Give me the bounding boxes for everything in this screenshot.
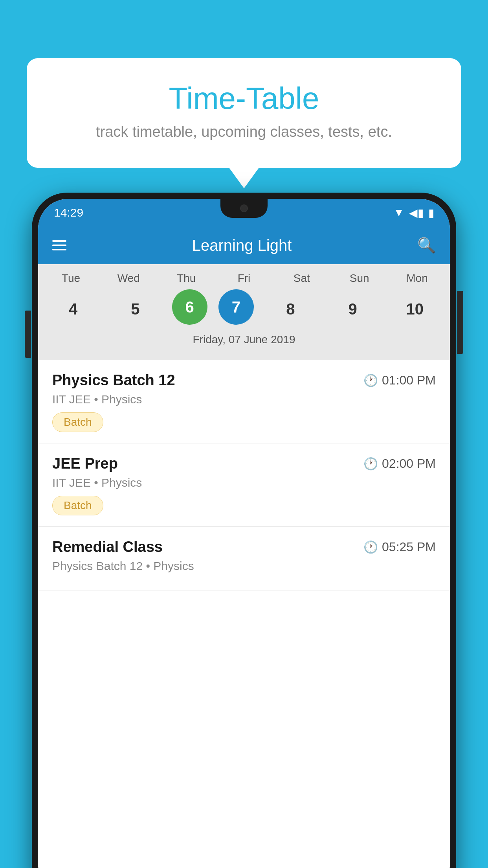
date-10[interactable]: 10: [389, 289, 440, 329]
status-icons: ▼ ◀▮ ▮: [393, 206, 434, 219]
calendar-strip: Tue Wed Thu Fri Sat Sun Mon 4 5 6 7 8: [38, 264, 450, 360]
class-header-3: Remedial Class 🕐 05:25 PM: [52, 539, 436, 555]
days-row: Tue Wed Thu Fri Sat Sun Mon: [38, 272, 450, 285]
date-7-selected[interactable]: 7: [218, 289, 254, 325]
class-time-value-3: 05:25 PM: [382, 540, 436, 554]
selected-date-label: Friday, 07 June 2019: [38, 329, 450, 352]
day-sun: Sun: [334, 272, 385, 285]
status-time: 14:29: [54, 206, 83, 219]
date-9[interactable]: 9: [327, 289, 378, 329]
class-list: Physics Batch 12 🕐 01:00 PM IIT JEE • Ph…: [38, 360, 450, 868]
class-time-2: 🕐 02:00 PM: [363, 456, 436, 471]
hamburger-menu-icon[interactable]: [52, 240, 66, 250]
clock-icon-2: 🕐: [363, 457, 378, 471]
day-mon: Mon: [391, 272, 442, 285]
date-8[interactable]: 8: [265, 289, 316, 329]
class-item-3[interactable]: Remedial Class 🕐 05:25 PM Physics Batch …: [38, 527, 450, 590]
clock-icon-1: 🕐: [363, 373, 378, 387]
class-time-value-2: 02:00 PM: [382, 456, 436, 471]
phone-mockup: 14:29 ▼ ◀▮ ▮ Learning Light 🔍: [32, 193, 456, 868]
class-header-2: JEE Prep 🕐 02:00 PM: [52, 455, 436, 472]
app-title: Learning Light: [78, 237, 405, 254]
tooltip-card: Time-Table track timetable, upcoming cla…: [27, 58, 461, 168]
date-5[interactable]: 5: [110, 289, 161, 329]
day-wed: Wed: [103, 272, 154, 285]
batch-badge-2: Batch: [52, 496, 103, 515]
search-icon[interactable]: 🔍: [417, 237, 436, 254]
class-name-1: Physics Batch 12: [52, 372, 175, 389]
day-fri: Fri: [218, 272, 270, 285]
app-header: Learning Light 🔍: [38, 226, 450, 264]
date-4[interactable]: 4: [48, 289, 99, 329]
date-6-today[interactable]: 6: [172, 289, 207, 325]
class-header-1: Physics Batch 12 🕐 01:00 PM: [52, 372, 436, 389]
class-subject-2: IIT JEE • Physics: [52, 476, 436, 489]
phone-screen: 14:29 ▼ ◀▮ ▮ Learning Light 🔍: [38, 199, 450, 868]
screen-content: 14:29 ▼ ◀▮ ▮ Learning Light 🔍: [38, 199, 450, 868]
class-item-2[interactable]: JEE Prep 🕐 02:00 PM IIT JEE • Physics Ba…: [38, 443, 450, 527]
signal-icon: ◀▮: [409, 206, 424, 219]
class-name-3: Remedial Class: [52, 539, 163, 555]
class-time-value-1: 01:00 PM: [382, 373, 436, 388]
camera-dot: [240, 204, 248, 212]
clock-icon-3: 🕐: [363, 540, 378, 554]
notch: [220, 199, 268, 218]
class-subject-3: Physics Batch 12 • Physics: [52, 559, 436, 573]
class-time-3: 🕐 05:25 PM: [363, 540, 436, 554]
class-name-2: JEE Prep: [52, 455, 118, 472]
tooltip-title: Time-Table: [46, 82, 442, 116]
day-thu: Thu: [161, 272, 212, 285]
wifi-icon: ▼: [393, 206, 404, 219]
tooltip-subtitle: track timetable, upcoming classes, tests…: [46, 123, 442, 140]
dates-row: 4 5 6 7 8 9 10: [38, 289, 450, 329]
class-item-1[interactable]: Physics Batch 12 🕐 01:00 PM IIT JEE • Ph…: [38, 360, 450, 443]
class-subject-1: IIT JEE • Physics: [52, 393, 436, 406]
class-time-1: 🕐 01:00 PM: [363, 373, 436, 388]
phone-outer: 14:29 ▼ ◀▮ ▮ Learning Light 🔍: [32, 193, 456, 868]
day-tue: Tue: [45, 272, 96, 285]
batch-badge-1: Batch: [52, 412, 103, 432]
day-sat: Sat: [276, 272, 327, 285]
battery-icon: ▮: [428, 206, 434, 219]
